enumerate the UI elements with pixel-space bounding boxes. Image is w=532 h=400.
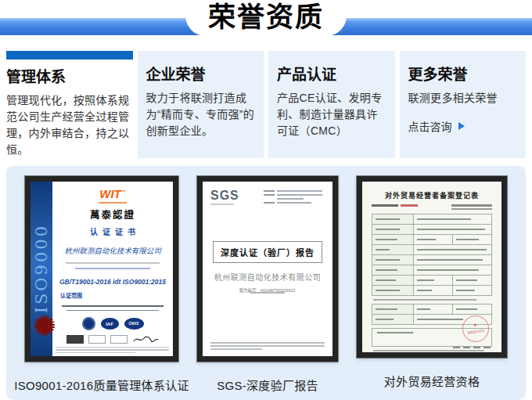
- form-number-row: [372, 204, 492, 210]
- fine-print-line: [66, 310, 159, 312]
- feature-columns: 管理体系 管理现代化，按照体系规范公司生产经营全过程管理，内外审结合，持之以恒。…: [0, 51, 532, 151]
- fine-print-block: [56, 345, 169, 354]
- certificate-caption: ISO9001-2016质量管理体系认证: [14, 377, 189, 393]
- text-line: [401, 204, 418, 207]
- feature-card-more-honors: 更多荣誉 联测更多相关荣誉 点击咨询: [400, 51, 527, 158]
- stamp-box: [66, 335, 84, 344]
- text-line: [264, 202, 326, 204]
- banner-title-tab: 荣誉资质: [185, 0, 347, 36]
- wit-logo-subline: [99, 202, 127, 204]
- iso9000-band-text: ISO9000: [32, 224, 51, 313]
- consult-link[interactable]: 点击咨询: [408, 118, 518, 134]
- arrow-right-icon: [458, 122, 465, 130]
- table-row: [372, 265, 491, 276]
- iaf-logo-icon: IAF: [101, 318, 119, 330]
- page-title: 荣誉资质: [208, 0, 324, 36]
- text-line: [264, 190, 326, 192]
- report-title: 深度认证（验厂）报告: [213, 241, 322, 263]
- accent-bar: [6, 51, 133, 59]
- text-line: [473, 347, 480, 348]
- stamp-box: [110, 335, 128, 344]
- certificate-caption: 对外贸易经营资格: [384, 373, 480, 389]
- text-line: [264, 194, 326, 196]
- company-name: 杭州联测自动化技术有限公司: [203, 271, 332, 283]
- feature-card-product-certification: 产品认证 产品CE认证、发明专利、制造计量器具许可证（CMC）: [268, 51, 395, 158]
- certificate-item-sgs: SGS 深度认证（验厂）报告 杭州联测自动化技术有限公司 报告编号：HGHWT0…: [197, 176, 338, 393]
- accreditation-logos: IAF CNAS: [52, 317, 173, 330]
- text-line: [377, 332, 413, 333]
- feature-title: 管理体系: [6, 65, 133, 86]
- stamp-signature-row: [52, 334, 173, 344]
- text-line: [463, 347, 470, 348]
- wit-logo: WIT™: [52, 187, 173, 200]
- table-row: [372, 276, 491, 286]
- certificate-sgs-image[interactable]: SGS 深度认证（验厂）报告 杭州联测自动化技术有限公司 报告编号：HGHWT0…: [197, 176, 338, 362]
- feature-body: 产品CE认证、发明专利、制造计量器具许可证（CMC）: [277, 90, 386, 139]
- certificate-item-trade: 对外贸易经营者备案登记表: [357, 176, 507, 393]
- text-line: [483, 347, 491, 348]
- report-date-line: [250, 292, 285, 294]
- agency-info-block: [264, 190, 326, 206]
- feature-body: 致力于将联测打造成为“精而专、专而强”的创新型企业。: [146, 90, 256, 139]
- fine-print-line: [210, 342, 325, 344]
- table-row: [372, 225, 491, 235]
- feature-card-management: 管理体系 管理现代化，按照体系规范公司生产经营全过程管理，内外审结合，持之以恒。: [6, 51, 133, 158]
- certificate-item-iso: ISO9000 WIT™ 萬泰認證 认证证书 杭州联测自动化技术有限公司 GB/…: [25, 176, 178, 393]
- standard-number: GB/T19001-2016 idt ISO9001:2015: [52, 278, 173, 286]
- feature-title: 产品认证: [277, 63, 386, 84]
- registration-form-table: [372, 214, 492, 296]
- certificate-document-title: 认证证书: [52, 225, 173, 237]
- feature-card-enterprise-honor: 企业荣誉 致力于将联测打造成为“精而专、专而强”的创新型企业。: [138, 51, 264, 158]
- fine-print-line: [66, 262, 160, 264]
- feature-body: 联测更多相关荣誉: [408, 90, 518, 106]
- certificate-trade-paper: 对外贸易经营者备案登记表: [362, 182, 501, 352]
- fine-print-line: [62, 305, 164, 307]
- section-banner: 荣誉资质: [0, 0, 532, 45]
- table-row: [372, 214, 491, 225]
- table-row: [372, 286, 491, 295]
- table-row: [372, 255, 491, 265]
- sgs-logo: SGS: [210, 189, 239, 205]
- fine-print-line: [56, 349, 169, 351]
- table-row: [372, 305, 491, 315]
- stamp-box: [88, 335, 106, 344]
- table-row: [372, 245, 491, 255]
- scope-label: 认证范围: [60, 291, 173, 299]
- fine-print-line: [56, 352, 135, 354]
- feature-title: 企业荣誉: [146, 63, 256, 84]
- fine-print-line: [75, 268, 150, 269]
- wit-globe-icon: [82, 317, 95, 330]
- certificates-panel: ISO9000 WIT™ 萬泰認證 认证证书 杭州联测自动化技术有限公司 GB/…: [6, 166, 526, 400]
- cnas-logo-icon: CNAS: [124, 318, 144, 330]
- text-line: [453, 347, 460, 348]
- company-name: 杭州联测自动化技术有限公司: [52, 245, 173, 256]
- text-line: [451, 208, 492, 211]
- fine-print-line: [210, 348, 262, 350]
- consult-link-label: 点击咨询: [408, 118, 452, 134]
- certificate-sgs-paper: SGS 深度认证（验厂）报告 杭州联测自动化技术有限公司 报告编号：HGHWT0…: [203, 182, 332, 356]
- table-row: [372, 235, 491, 245]
- feature-title: 更多荣誉: [408, 63, 518, 84]
- signature-icon: [132, 334, 159, 344]
- date-line: [453, 347, 491, 348]
- fine-print-block: [210, 341, 325, 350]
- certificate-trade-image[interactable]: 对外贸易经营者备案登记表: [357, 176, 507, 358]
- certificate-iso-content: WIT™ 萬泰認證 认证证书 杭州联测自动化技术有限公司 GB/T19001-2…: [52, 182, 173, 344]
- report-number: 报告编号：HGHWT00205422: [203, 285, 332, 295]
- certificate-iso-paper: ISO9000 WIT™ 萬泰認證 认证证书 杭州联测自动化技术有限公司 GB/…: [31, 182, 173, 356]
- red-seal-icon: [34, 315, 55, 336]
- form-title: 对外贸易经营者备案登记表: [372, 190, 492, 200]
- certificate-row: ISO9000 WIT™ 萬泰認證 认证证书 杭州联测自动化技术有限公司 GB/…: [25, 176, 507, 393]
- wantai-certification-label: 萬泰認證: [52, 207, 173, 222]
- form-note-line: [373, 299, 476, 301]
- text-line: [372, 204, 398, 207]
- fine-print-line: [56, 347, 169, 348]
- text-line: [451, 204, 492, 207]
- certificate-iso-image[interactable]: ISO9000 WIT™ 萬泰認證 认证证书 杭州联测自动化技术有限公司 GB/…: [25, 176, 178, 362]
- feature-body: 管理现代化，按照体系规范公司生产经营全过程管理，内外审结合，持之以恒。: [6, 92, 133, 158]
- text-line: [264, 198, 326, 200]
- fine-print-line: [210, 345, 325, 347]
- certificate-caption: SGS-深度验厂报告: [217, 377, 318, 393]
- form-note-line: [373, 350, 484, 351]
